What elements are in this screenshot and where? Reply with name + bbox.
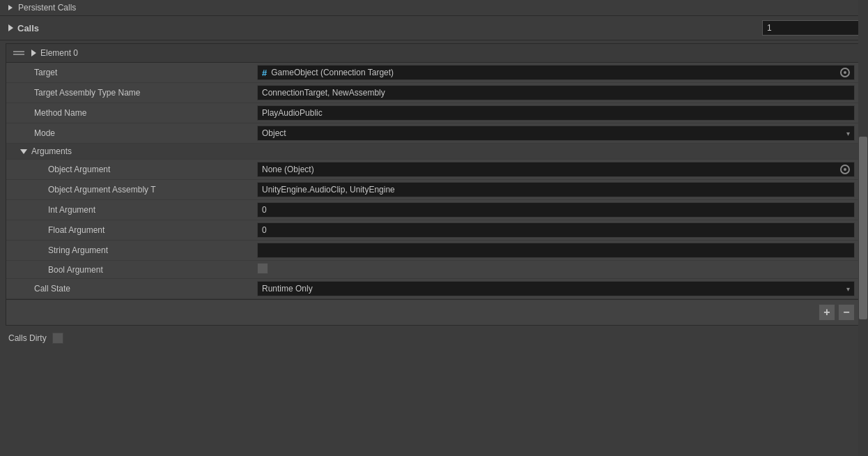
string-argument-value-container [257, 243, 855, 258]
target-value: GameObject (Connection Target) [271, 68, 394, 77]
element-label: Element 0 [40, 48, 78, 58]
arguments-header: Arguments [6, 144, 862, 160]
footer-row: Calls Dirty [0, 328, 868, 348]
object-argument-field[interactable]: None (Object) [257, 162, 855, 177]
target-assembly-row: Target Assembly Type Name [6, 83, 862, 103]
object-argument-assembly-value-container [257, 182, 855, 197]
bool-argument-label: Bool Argument [48, 265, 257, 275]
remove-element-button[interactable]: − [838, 304, 855, 321]
calls-dirty-checkbox[interactable] [52, 333, 63, 344]
float-argument-label: Float Argument [48, 225, 257, 235]
string-argument-row: String Argument [6, 241, 862, 261]
bool-argument-row: Bool Argument [6, 261, 862, 279]
float-argument-input[interactable] [257, 222, 855, 238]
target-value-container: # GameObject (Connection Target) [257, 65, 855, 80]
method-name-row: Method Name [6, 103, 862, 123]
call-state-row: Call State Runtime Only ▾ [6, 279, 862, 299]
calls-title-group: Calls [8, 23, 39, 33]
bool-argument-value-container [257, 263, 855, 276]
target-circle-icon [840, 68, 850, 77]
calls-label: Calls [17, 23, 39, 33]
target-assembly-input[interactable] [257, 85, 855, 100]
target-row: Target # GameObject (Connection Target) [6, 63, 862, 83]
call-state-value-container: Runtime Only ▾ [257, 281, 855, 296]
method-name-input[interactable] [257, 105, 855, 121]
mode-chevron-down-icon: ▾ [846, 130, 850, 137]
object-argument-value: None (Object) [262, 165, 314, 174]
target-assembly-value-container [257, 85, 855, 100]
persistent-calls-label: Persistent Calls [18, 3, 76, 13]
call-state-chevron-down-icon: ▾ [846, 285, 850, 293]
persistent-calls-header: Persistent Calls [0, 0, 868, 16]
calls-count-input[interactable] [762, 20, 860, 36]
bottom-bar: + − [6, 299, 862, 325]
mode-value-container: Object ▾ [257, 126, 855, 141]
bool-argument-checkbox[interactable] [257, 263, 268, 274]
float-argument-row: Float Argument [6, 220, 862, 241]
method-name-value-container [257, 105, 855, 121]
string-argument-input[interactable] [257, 243, 855, 258]
object-argument-value-container: None (Object) [257, 162, 855, 177]
arguments-label: Arguments [31, 146, 72, 156]
element-triangle-icon [31, 50, 36, 56]
object-argument-assembly-row: Object Argument Assembly T [6, 180, 862, 200]
object-argument-assembly-input[interactable] [257, 182, 855, 197]
call-state-select-value: Runtime Only [262, 284, 313, 294]
drag-handle[interactable] [13, 51, 24, 55]
persistent-calls-triangle [8, 5, 13, 10]
float-argument-value-container [257, 222, 855, 238]
string-argument-label: String Argument [48, 245, 257, 255]
target-label: Target [34, 68, 257, 77]
call-state-label: Call State [34, 284, 257, 294]
scrollbar-thumb[interactable] [859, 137, 867, 319]
hash-icon: # [262, 68, 267, 78]
mode-row: Mode Object ▾ [6, 123, 862, 144]
scrollbar-track[interactable] [858, 0, 868, 456]
int-argument-row: Int Argument [6, 200, 862, 220]
arguments-triangle-icon [20, 149, 27, 154]
mode-select-value: Object [262, 128, 286, 138]
object-argument-assembly-label: Object Argument Assembly T [48, 185, 257, 195]
object-argument-circle-icon [840, 165, 850, 174]
calls-triangle-icon [8, 24, 13, 31]
method-name-label: Method Name [34, 108, 257, 118]
element-panel: Element 0 Target # GameObject (Connectio… [6, 43, 862, 326]
mode-select[interactable]: Object ▾ [257, 126, 855, 141]
int-argument-label: Int Argument [48, 205, 257, 215]
element-header: Element 0 [6, 44, 862, 63]
target-object-text: # GameObject (Connection Target) [262, 68, 394, 78]
int-argument-input[interactable] [257, 202, 855, 218]
object-argument-label: Object Argument [48, 165, 257, 174]
calls-dirty-label: Calls Dirty [8, 333, 47, 343]
target-object-field[interactable]: # GameObject (Connection Target) [257, 65, 855, 80]
mode-label: Mode [34, 128, 257, 138]
int-argument-value-container [257, 202, 855, 218]
target-assembly-label: Target Assembly Type Name [34, 88, 257, 98]
call-state-select[interactable]: Runtime Only ▾ [257, 281, 855, 296]
calls-section-header: Calls [0, 16, 868, 40]
add-element-button[interactable]: + [819, 304, 835, 321]
object-argument-row: Object Argument None (Object) [6, 160, 862, 180]
